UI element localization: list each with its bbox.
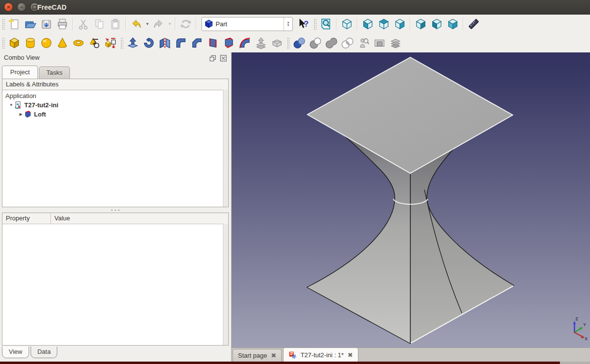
separator [410, 17, 411, 30]
axis-y-label: Y [583, 322, 586, 327]
expander-open-icon[interactable]: ▼ [8, 103, 14, 107]
separator [125, 17, 126, 30]
cylinder-button[interactable] [22, 35, 38, 50]
minimize-icon: − [20, 5, 23, 10]
tab-start-page[interactable]: Start page ✖ [233, 349, 282, 362]
compound-button[interactable] [388, 35, 404, 50]
tab-view[interactable]: View [2, 347, 29, 358]
ruled-surface-button[interactable] [205, 35, 221, 50]
window-minimize-button[interactable]: − [17, 2, 26, 12]
tab-document[interactable]: T27-tut2-ini : 1* ✖ [283, 347, 358, 362]
redo-dropdown[interactable]: ▾ [167, 21, 173, 26]
offset-button[interactable] [253, 35, 269, 50]
shape-builder-button[interactable] [102, 35, 118, 50]
toolbar-file-view: ▾ ▾ Part ▴ ▾ ? [0, 15, 590, 33]
extrude-button[interactable] [125, 35, 141, 50]
separator [336, 17, 337, 30]
toolbar-grip[interactable] [287, 37, 290, 49]
whats-this-button[interactable]: ? [296, 17, 312, 32]
separator [196, 17, 197, 30]
close-tab-icon[interactable]: ✖ [271, 352, 276, 359]
loft-button[interactable] [221, 35, 237, 50]
torus-button[interactable] [70, 35, 86, 50]
workbench-selector[interactable]: Part ▴ ▾ [202, 17, 293, 31]
axis-indicator: Z Y X [573, 316, 588, 341]
toolbar-grip[interactable] [313, 18, 317, 30]
tree-item-loft[interactable]: ▶ Loft [5, 110, 228, 119]
tree-item-application[interactable]: Application [5, 91, 228, 100]
sphere-button[interactable] [38, 35, 54, 50]
combo-view-panel: Combo View Project Tasks Labels & Attrib… [0, 52, 232, 364]
bottom-view-button[interactable] [429, 17, 445, 32]
revolve-button[interactable] [141, 35, 157, 50]
redo-button[interactable] [151, 17, 167, 32]
toolbar-grip[interactable] [1, 37, 5, 49]
mdi-tab-bar: Start page ✖ T27-tut2-ini : 1* ✖ [232, 347, 590, 362]
undo-dropdown[interactable]: ▾ [144, 21, 151, 26]
3d-viewport[interactable]: Z Y X [232, 52, 590, 347]
print-button[interactable] [54, 17, 70, 32]
tab-tasks[interactable]: Tasks [39, 66, 69, 79]
top-view-button[interactable] [376, 17, 392, 32]
toolbar-grip[interactable] [120, 37, 123, 49]
boolean-cut-button[interactable] [307, 35, 323, 50]
workbench-selector-spinner[interactable]: ▴ ▾ [284, 17, 292, 31]
axis-x-label: X [585, 336, 588, 341]
paste-button[interactable] [107, 17, 123, 32]
right-view-button[interactable] [392, 17, 408, 32]
intersection-button[interactable] [339, 35, 355, 50]
loft-model: Z Y X [232, 52, 590, 347]
combo-view-title: Combo View [4, 54, 39, 61]
property-column-header[interactable]: Property [2, 213, 51, 224]
freecad-window: ✕ − FreeCAD ▾ ▾ Part ▴ ▾ ? [0, 0, 590, 364]
primitives-button[interactable] [86, 35, 102, 50]
freecad-logo-icon [288, 351, 297, 359]
loft-top-face[interactable] [307, 57, 513, 173]
tree-scrollbar[interactable] [223, 90, 228, 207]
rear-view-button[interactable] [413, 17, 429, 32]
property-scrollbar[interactable] [223, 224, 228, 345]
thickness-button[interactable] [269, 35, 285, 50]
boolean-button[interactable] [291, 35, 307, 50]
box-button[interactable] [6, 35, 22, 50]
save-button[interactable] [38, 17, 54, 32]
splitter-handle[interactable] [2, 208, 229, 213]
tab-project[interactable]: Project [2, 66, 38, 79]
svg-text:?: ? [304, 19, 309, 28]
close-tab-icon[interactable]: ✖ [348, 351, 353, 359]
axis-z-label: Z [575, 316, 578, 321]
float-panel-button[interactable] [209, 54, 217, 62]
workbench-cube-icon [204, 19, 214, 29]
toolbar-grip[interactable] [1, 18, 5, 30]
refresh-button[interactable] [178, 17, 194, 32]
check-geometry-button[interactable] [355, 35, 371, 50]
fit-all-button[interactable] [318, 17, 334, 32]
undo-button[interactable] [128, 17, 144, 32]
separator [463, 17, 464, 30]
left-view-button[interactable] [445, 17, 461, 32]
open-button[interactable] [22, 17, 38, 32]
window-title: FreeCAD [37, 0, 67, 15]
fillet-button[interactable] [173, 35, 189, 50]
cut-button[interactable] [75, 17, 91, 32]
chamfer-button[interactable] [189, 35, 205, 50]
property-editor: Property Value [2, 213, 229, 346]
tree-item-document[interactable]: ▼ T27-tut2-ini [5, 100, 228, 110]
cone-button[interactable] [54, 35, 70, 50]
union-button[interactable] [323, 35, 339, 50]
close-panel-button[interactable] [219, 54, 227, 62]
mirror-button[interactable] [157, 35, 173, 50]
window-close-button[interactable]: ✕ [4, 2, 13, 12]
copy-button[interactable] [91, 17, 107, 32]
expander-closed-icon[interactable]: ▶ [18, 112, 24, 116]
start-page-label: Start page [238, 352, 267, 359]
workbench-selector-value: Part [214, 20, 284, 28]
sweep-button[interactable] [237, 35, 253, 50]
measure-distance-button[interactable] [466, 17, 482, 32]
new-document-button[interactable] [6, 17, 22, 32]
tab-data[interactable]: Data [31, 347, 57, 358]
axonometric-view-button[interactable] [339, 17, 355, 32]
cross-sections-button[interactable] [371, 35, 388, 50]
value-column-header[interactable]: Value [51, 213, 70, 224]
front-view-button[interactable] [360, 17, 376, 32]
